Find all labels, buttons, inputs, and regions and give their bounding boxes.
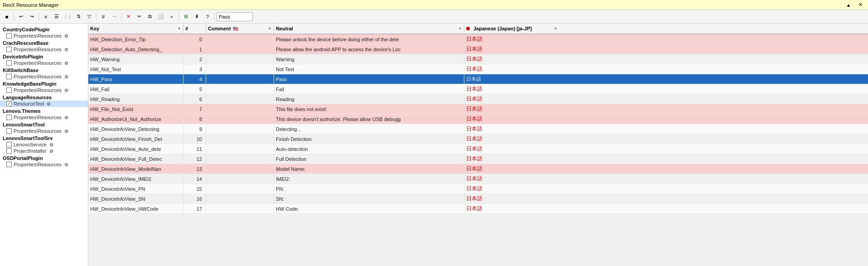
table-row[interactable]: HW_DeviceInfoView_HWCode17HW Code:日本語 xyxy=(88,204,868,214)
col-header-key[interactable]: Key ▼ xyxy=(88,24,183,34)
cell-japanese: 日本語 xyxy=(464,34,559,44)
toolbar-undo-button[interactable]: ↩ xyxy=(16,12,26,22)
cell-num: 4 xyxy=(183,74,206,84)
checkbox-kbprop[interactable] xyxy=(6,87,12,93)
gear-icon-11: ⚙ xyxy=(64,162,68,167)
toolbar-add-button[interactable]: + xyxy=(167,12,177,22)
toolbar-help-button[interactable]: ? xyxy=(203,12,212,22)
toolbar-align1-button[interactable]: ≡ xyxy=(41,12,51,22)
cell-neutral: HW Code: xyxy=(274,204,464,213)
search-input[interactable] xyxy=(217,12,253,21)
cell-japanese: 日本語 xyxy=(464,84,559,94)
cell-japanese: 日本語 xyxy=(464,194,559,203)
col-header-japanese[interactable]: Japanese (Japan) [ja-JP] ▼ xyxy=(464,24,559,34)
toolbar-filter-button[interactable]: ▽ xyxy=(84,12,94,22)
sidebar-item-ksprop[interactable]: Properties\Resources ⚙ xyxy=(0,73,88,80)
gear-icon-10: ⚙ xyxy=(49,149,53,154)
table-row[interactable]: HW_Detection_Error_Tip0Please unlock the… xyxy=(88,34,868,44)
sidebar-group-CountryCodePlugin: CountryCodePlugin xyxy=(0,25,88,33)
table-row[interactable]: HW_Not_Test3Not Test日本語 xyxy=(88,64,868,74)
cell-comment xyxy=(206,194,274,203)
toolbar-excel-button[interactable]: ⊞ xyxy=(181,12,191,22)
cell-japanese: 日本語 xyxy=(464,94,559,104)
sidebar-item-lrtext-label: ResourceText xyxy=(14,101,44,106)
table-row[interactable]: HW_Fail5Fail日本語 xyxy=(88,84,868,94)
cell-key: HW_DeviceInfoView_ModelNan xyxy=(88,164,183,174)
sidebar-item-lstssvc[interactable]: LenovoService ⚙ xyxy=(0,141,88,148)
toolbar-sep-4 xyxy=(121,13,121,21)
sidebar-item-crprop[interactable]: Properties\Resources ⚙ xyxy=(0,46,88,53)
toolbar-delete-button[interactable]: ✕ xyxy=(123,12,133,22)
table-row[interactable]: HW_DeviceInfoView_IMEI214IMEI2:日本語 xyxy=(88,174,868,184)
cell-comment xyxy=(206,124,274,134)
sidebar-group-LenovoSmartToolSrv: LenovoSmartToolSrv xyxy=(0,134,88,141)
cell-key: HW_Fail xyxy=(88,84,183,94)
toolbar-more-button[interactable]: ⋯ xyxy=(109,12,119,22)
table-row[interactable]: HW_Pass4Pass日本語 xyxy=(88,74,868,84)
cell-neutral: Auto-detection xyxy=(274,144,464,154)
sidebar-item-diprop-label: Properties\Resources xyxy=(14,60,62,66)
table-row[interactable]: HW_DeviceInfoView_PN15PN:日本語 xyxy=(88,184,868,194)
toolbar-copy-button[interactable]: ⧉ xyxy=(145,12,155,22)
table-row[interactable]: HW_DeviceInfoView_Detecting9Detecting...… xyxy=(88,124,868,134)
checkbox-ccprop[interactable] xyxy=(6,33,12,39)
toolbar-import-button[interactable]: ⬇ xyxy=(192,12,202,22)
cell-num: 16 xyxy=(183,194,206,203)
table-row[interactable]: HW_Detection_Auto_Detecting_1Please allo… xyxy=(88,44,868,54)
toolbar-cut-button[interactable]: ✂ xyxy=(134,12,144,22)
table-row[interactable]: HW_File_Not_Exist7This file does not exi… xyxy=(88,104,868,114)
table-row[interactable]: HW_DeviceInfoView_SN16SN:日本語 xyxy=(88,194,868,204)
cell-comment xyxy=(206,84,274,94)
toolbar-redo-button[interactable]: ↪ xyxy=(27,12,37,22)
col-header-comment[interactable]: Comment 🇺🇸 ▼ xyxy=(206,24,274,34)
col-header-neutral[interactable]: Neutral ▼ xyxy=(274,24,464,34)
checkbox-diprop[interactable] xyxy=(6,60,12,66)
toolbar-paste-button[interactable]: ⬜ xyxy=(156,12,166,22)
cell-comment xyxy=(206,54,274,64)
cell-japanese: 日本語 xyxy=(464,204,559,213)
toolbar-sort-button[interactable]: ⇅ xyxy=(73,12,83,22)
checkbox-lstssvc[interactable] xyxy=(6,142,12,147)
close-button[interactable]: ✕ xyxy=(855,0,865,10)
sidebar-item-lrtext[interactable]: ResourceText ⚙ xyxy=(0,101,88,107)
table-row[interactable]: HW_DeviceInfoView_Auto_dete11Auto-detect… xyxy=(88,144,868,154)
table-row[interactable]: HW_DeviceInfoView_Full_Detec12Full Detec… xyxy=(88,154,868,164)
cell-num: 13 xyxy=(183,164,206,174)
sidebar-item-lstprop[interactable]: Properties\Resources ⚙ xyxy=(0,128,88,134)
sidebar-item-diprop[interactable]: Properties\Resources ⚙ xyxy=(0,60,88,66)
table-row[interactable]: HW_DeviceInfoView_Finish_Det10Finish Det… xyxy=(88,134,868,144)
cell-comment xyxy=(206,64,274,74)
table-row[interactable]: HW_Reading6Reading日本語 xyxy=(88,94,868,104)
cell-num: 17 xyxy=(183,204,206,213)
sidebar-item-ltprop[interactable]: Properties\Resources ⚙ xyxy=(0,114,88,121)
checkbox-lstprop[interactable] xyxy=(6,128,12,134)
sidebar-item-ccprop[interactable]: Properties\Resources ⚙ xyxy=(0,33,88,39)
gear-icon-4: ⚙ xyxy=(64,74,68,79)
col-neutral-filter-icon: ▼ xyxy=(458,26,462,31)
checkbox-ltprop[interactable] xyxy=(6,115,12,120)
cell-num: 14 xyxy=(183,174,206,184)
toolbar-cols-button[interactable]: ⋮⋮ xyxy=(63,12,72,22)
sidebar-item-ospprop[interactable]: Properties\Resources ⚙ xyxy=(0,161,88,168)
checkbox-lrtext[interactable] xyxy=(6,101,12,106)
checkbox-lstspi[interactable] xyxy=(6,148,12,154)
table-row[interactable]: HW_AuthorizeUi_Not_Authorize8This device… xyxy=(88,114,868,124)
sidebar-item-kbprop[interactable]: Properties\Resources ⚙ xyxy=(0,87,88,93)
sidebar-item-lstssvc-label: LenovoService xyxy=(14,142,47,147)
table-row[interactable]: HW_Warning2Warning日本語 xyxy=(88,54,868,64)
checkbox-ospprop[interactable] xyxy=(6,162,12,167)
collapse-button[interactable]: ▲ xyxy=(844,0,854,10)
sidebar-item-lstprop-label: Properties\Resources xyxy=(14,128,62,134)
sidebar-item-lstspi[interactable]: ProjectInstaller ⚙ xyxy=(0,148,88,154)
cell-key: HW_DeviceInfoView_Auto_dete xyxy=(88,144,183,154)
sidebar-item-ospprop-label: Properties\Resources xyxy=(14,162,62,167)
cell-key: HW_Warning xyxy=(88,54,183,64)
col-header-num[interactable]: # xyxy=(183,24,206,34)
checkbox-ksprop[interactable] xyxy=(6,74,12,79)
toolbar-align2-button[interactable]: ☰ xyxy=(52,12,62,22)
checkbox-crprop[interactable] xyxy=(6,47,12,52)
table-row[interactable]: HW_DeviceInfoView_ModelNan13Model Name:日… xyxy=(88,164,868,174)
toolbar-hash-button[interactable]: # xyxy=(98,12,108,22)
toolbar-square-button[interactable]: ■ xyxy=(2,12,12,22)
cell-japanese: 日本語 xyxy=(464,154,559,164)
